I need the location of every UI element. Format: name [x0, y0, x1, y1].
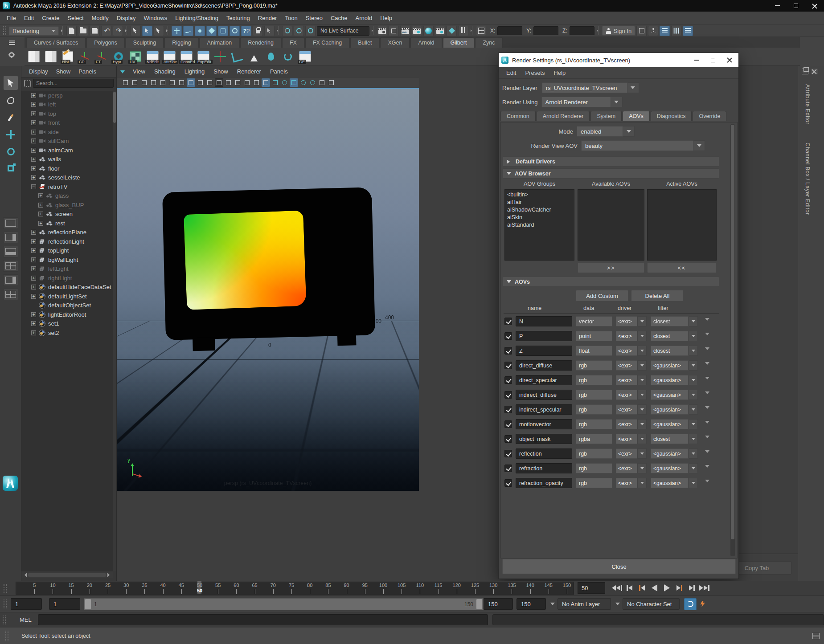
aov-filter-dropdown[interactable]: <gaussian>	[651, 390, 689, 400]
scale-tool-button[interactable]	[4, 161, 18, 175]
shelf-item[interactable]: ConnEd	[179, 49, 194, 64]
menu-item[interactable]: Select	[63, 13, 87, 23]
aov-driver-field[interactable]: <exr>	[616, 404, 637, 415]
aov-driver-field[interactable]: <exr>	[616, 434, 637, 444]
retro-tv-model[interactable]	[162, 187, 375, 340]
chevron-down-icon[interactable]	[615, 603, 620, 607]
outliner-item[interactable]: defaultObjectSet	[21, 301, 113, 310]
mel-label[interactable]: MEL	[20, 616, 32, 623]
outliner-item[interactable]: − retroTV	[21, 182, 113, 192]
shelf-tab[interactable]: Gilbert	[443, 37, 475, 48]
dialog-titlebar[interactable]: Render Settings (rs_UVcoordinate_TVscree…	[499, 53, 738, 67]
range-start-handle[interactable]	[85, 599, 91, 609]
aov-enabled-checkbox[interactable]	[504, 479, 512, 487]
aov-driver-field[interactable]: <exr>	[616, 478, 637, 488]
chevron-down-icon[interactable]	[689, 331, 698, 341]
select-tool-button[interactable]	[4, 76, 18, 90]
default-drivers-section[interactable]: Default Drivers	[503, 156, 719, 167]
aov-data-field[interactable]: rgb	[576, 360, 612, 371]
2d-pan-zoom-icon[interactable]	[168, 78, 176, 87]
chevron-down-icon[interactable]	[689, 478, 698, 488]
field-chart-icon[interactable]	[224, 78, 233, 87]
menu-item[interactable]: File	[3, 13, 20, 23]
menu-item[interactable]: Cache	[327, 13, 352, 23]
render-layer-dropdown[interactable]: rs_UVcoordinate_TVscreen	[542, 82, 627, 93]
four-pane-layout-button[interactable]	[3, 260, 18, 272]
outliner-item[interactable]: + side	[21, 127, 113, 137]
chevron-down-icon[interactable]	[623, 126, 635, 137]
row-options-icon[interactable]	[705, 333, 709, 338]
shelf-tab[interactable]: FX	[282, 37, 304, 48]
make-live-icon[interactable]	[230, 26, 240, 36]
row-options-icon[interactable]	[705, 480, 709, 485]
chevron-down-icon[interactable]	[637, 375, 647, 385]
render-current-frame-button[interactable]	[389, 26, 399, 36]
tv-screen-uv-gradient[interactable]	[184, 211, 306, 310]
paint-select-tool-button[interactable]	[4, 110, 18, 125]
menu-item[interactable]: Toon	[281, 13, 301, 23]
close-panel-icon[interactable]	[811, 69, 818, 74]
aov-filter-dropdown[interactable]: <gaussian>	[651, 419, 689, 429]
outliner-item[interactable]: + rest	[21, 219, 113, 228]
chevron-down-icon[interactable]	[693, 140, 705, 151]
expand-toggle-icon[interactable]: +	[31, 257, 36, 262]
outliner-item[interactable]: + defaultHideFaceDataSet	[21, 283, 113, 292]
dialog-tab[interactable]: Common	[500, 111, 536, 121]
outliner-item[interactable]: + rightLight	[21, 273, 113, 283]
aov-filter-dropdown[interactable]: <gaussian>	[651, 448, 689, 459]
shelf-tab[interactable]: XGen	[380, 37, 410, 48]
expand-toggle-icon[interactable]: +	[31, 294, 36, 299]
menu-set-selector[interactable]: Rendering	[9, 26, 59, 36]
dialog-tab[interactable]: Override	[693, 111, 726, 121]
row-options-icon[interactable]	[705, 391, 709, 396]
aov-driver-field[interactable]: <exr>	[616, 360, 637, 371]
aov-browser-section[interactable]: AOV Browser	[503, 168, 719, 179]
dialog-menu-item[interactable]: Help	[549, 68, 570, 77]
aov-driver-field[interactable]: <exr>	[616, 346, 637, 356]
row-options-icon[interactable]	[705, 436, 709, 440]
aov-filter-dropdown[interactable]: closest	[651, 346, 689, 356]
shelf-item[interactable]	[213, 49, 228, 64]
aov-driver-field[interactable]: <exr>	[616, 316, 637, 326]
expand-toggle-icon[interactable]: +	[31, 175, 36, 180]
go-to-end-button[interactable]	[699, 582, 709, 594]
viewport-menu-item[interactable]: Shading	[150, 67, 180, 76]
expand-toggle-icon[interactable]: +	[31, 276, 36, 281]
shelf-item[interactable]	[280, 49, 295, 64]
chevron-down-icon[interactable]	[637, 478, 647, 488]
light-editor-button[interactable]	[435, 26, 445, 36]
aov-data-field[interactable]: point	[576, 331, 612, 341]
scroll-right-icon[interactable]	[107, 573, 112, 577]
minimize-button[interactable]	[768, 0, 787, 12]
aov-name-input[interactable]: N	[516, 316, 572, 326]
aov-name-input[interactable]: reflection	[516, 448, 572, 459]
menu-item[interactable]: Texturing	[222, 13, 254, 23]
snap-to-projected-center-icon[interactable]	[206, 26, 217, 36]
safe-title-icon[interactable]	[243, 78, 251, 87]
chevron-down-icon[interactable]	[637, 346, 647, 356]
timeline-ticks[interactable]: 5101520253035404550556065707580859095100…	[16, 582, 574, 595]
outliner-persp-layout-button[interactable]	[3, 274, 18, 286]
animation-end-field[interactable]: 150	[517, 598, 546, 610]
aov-group-item[interactable]: aiStandard	[507, 221, 572, 229]
shelf-item[interactable]: AttrShe	[162, 49, 177, 64]
outliner-horizontal-scrollbar[interactable]	[21, 572, 113, 578]
dialog-tab[interactable]: System	[590, 111, 622, 121]
expand-toggle-icon[interactable]: +	[31, 321, 36, 326]
rotate-tool-button[interactable]	[4, 144, 18, 159]
shelf-menu-icon[interactable]	[9, 41, 15, 41]
chevron-down-icon[interactable]	[689, 375, 698, 385]
ipr-render-button[interactable]: IPR	[400, 26, 410, 36]
chevron-down-icon[interactable]	[689, 404, 698, 415]
toolbar-grip[interactable]	[3, 26, 6, 35]
expand-toggle-icon[interactable]: +	[31, 166, 36, 171]
active-aovs-list[interactable]	[647, 189, 717, 261]
row-options-icon[interactable]	[705, 450, 709, 455]
shadows-icon[interactable]	[290, 78, 298, 87]
live-surface-field[interactable]: No Live Surface	[317, 26, 369, 36]
chevron-down-icon[interactable]	[689, 346, 698, 356]
go-to-start-button[interactable]	[611, 582, 622, 594]
aov-filter-dropdown[interactable]: <gaussian>	[651, 375, 689, 385]
aov-filter-dropdown[interactable]: <gaussian>	[651, 478, 689, 488]
aov-name-input[interactable]: indirect_specular	[516, 404, 572, 415]
